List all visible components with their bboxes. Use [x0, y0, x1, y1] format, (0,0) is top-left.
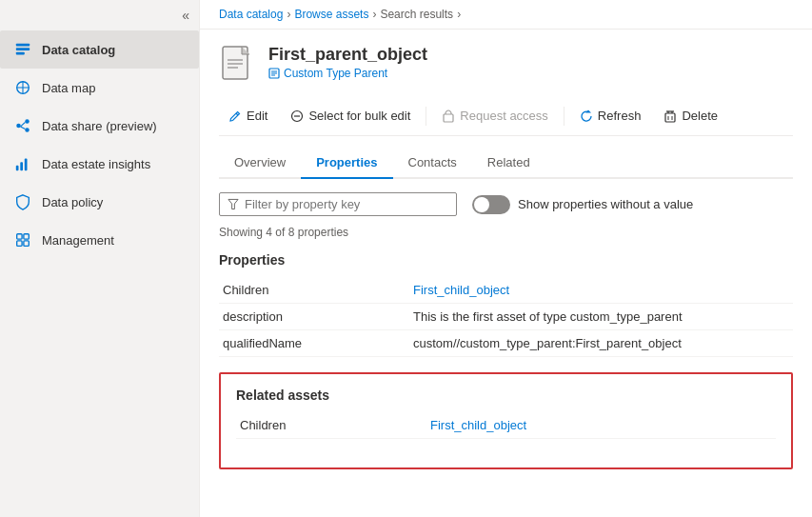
map-icon: [13, 78, 32, 97]
sidebar-collapse-button[interactable]: «: [0, 0, 199, 30]
table-row: Children First_child_object: [236, 412, 776, 439]
svg-rect-13: [24, 234, 29, 239]
sidebar-item-label: Management: [42, 233, 114, 248]
prop-key: qualifiedName: [219, 330, 409, 357]
refresh-label: Refresh: [598, 109, 642, 123]
tab-overview[interactable]: Overview: [219, 148, 301, 179]
svg-point-4: [25, 119, 30, 124]
table-row: description This is the first asset of t…: [219, 304, 793, 330]
svg-rect-1: [16, 48, 30, 50]
tab-related[interactable]: Related: [472, 148, 545, 179]
toggle-label: Show properties without a value: [518, 197, 693, 211]
sidebar-item-label: Data catalog: [42, 43, 115, 57]
toolbar: Edit Select for bulk edit Request access…: [219, 96, 793, 136]
prop-key: Children: [236, 412, 426, 439]
refresh-icon: [580, 109, 593, 123]
sidebar-item-data-map[interactable]: Data map: [0, 69, 199, 107]
request-access-button[interactable]: Request access: [432, 104, 558, 128]
breadcrumb-data-catalog[interactable]: Data catalog: [219, 8, 283, 21]
prop-link[interactable]: First_child_object: [409, 277, 793, 304]
prop-value: custom//custom_type_parent:First_parent_…: [409, 330, 793, 357]
refresh-button[interactable]: Refresh: [570, 104, 651, 128]
delete-icon: [663, 109, 677, 123]
asset-type[interactable]: Custom Type Parent: [268, 67, 427, 80]
asset-title: First_parent_object: [268, 45, 427, 65]
svg-rect-14: [17, 241, 22, 246]
catalog-icon: [13, 40, 32, 59]
filter-input[interactable]: [245, 197, 448, 211]
filter-bar: Show properties without a value: [219, 192, 793, 216]
management-icon: [13, 230, 32, 249]
asset-title-block: First_parent_object Custom Type Parent: [268, 45, 427, 80]
request-access-icon: [442, 109, 455, 123]
sidebar-item-label: Data estate insights: [42, 157, 150, 171]
sidebar-item-data-policy[interactable]: Data policy: [0, 183, 199, 221]
breadcrumb: Data catalog › Browse assets › Search re…: [200, 0, 812, 30]
edit-icon: [228, 109, 242, 123]
filter-input-wrap[interactable]: [219, 192, 457, 216]
table-row: qualifiedName custom//custom_type_parent…: [219, 330, 793, 357]
sidebar-item-data-share[interactable]: Data share (preview): [0, 107, 199, 145]
breadcrumb-sep-1: ›: [287, 8, 290, 21]
svg-rect-29: [665, 113, 675, 122]
sidebar-item-label: Data share (preview): [42, 119, 157, 133]
select-bulk-label: Select for bulk edit: [308, 109, 410, 123]
properties-section-title: Properties: [219, 252, 793, 268]
svg-rect-9: [16, 166, 19, 170]
sidebar: « Data catalog Data map Data share (prev…: [0, 0, 200, 517]
tabs: Overview Properties Contacts Related: [219, 148, 793, 179]
svg-rect-12: [17, 234, 22, 239]
collapse-icon: «: [182, 8, 189, 23]
svg-rect-0: [16, 44, 30, 47]
content-area: First_parent_object Custom Type Parent E…: [200, 30, 812, 517]
main-content: Data catalog › Browse assets › Search re…: [200, 0, 812, 517]
show-without-value-toggle[interactable]: [472, 195, 510, 214]
breadcrumb-sep-3: ›: [457, 8, 461, 21]
sidebar-item-data-estate[interactable]: Data estate insights: [0, 145, 199, 183]
breadcrumb-sep-2: ›: [372, 8, 376, 21]
svg-line-24: [236, 113, 238, 115]
related-assets-table: Children First_child_object: [236, 412, 776, 439]
sidebar-item-management[interactable]: Management: [0, 221, 199, 259]
prop-key: description: [219, 304, 409, 330]
sidebar-item-label: Data map: [42, 81, 95, 95]
properties-table: Children First_child_object description …: [219, 277, 793, 357]
svg-line-7: [21, 122, 26, 127]
svg-rect-15: [24, 241, 29, 246]
related-link[interactable]: First_child_object: [426, 412, 776, 439]
breadcrumb-browse-assets[interactable]: Browse assets: [294, 8, 368, 21]
tab-properties[interactable]: Properties: [301, 148, 392, 179]
svg-line-8: [21, 127, 26, 129]
insights-icon: [13, 154, 32, 173]
prop-value: This is the first asset of type custom_t…: [409, 304, 793, 330]
svg-rect-11: [25, 159, 28, 171]
tab-contacts[interactable]: Contacts: [393, 148, 472, 179]
edit-button[interactable]: Edit: [219, 104, 277, 128]
sidebar-item-label: Data policy: [42, 195, 103, 209]
related-assets-box: Related assets Children First_child_obje…: [219, 372, 793, 469]
svg-rect-2: [16, 52, 25, 55]
toolbar-separator: [426, 107, 426, 126]
request-access-label: Request access: [460, 109, 548, 123]
delete-button[interactable]: Delete: [654, 104, 727, 128]
policy-icon: [13, 192, 32, 211]
asset-icon: [219, 45, 257, 83]
toggle-wrap: Show properties without a value: [472, 195, 693, 214]
select-bulk-icon: [290, 109, 304, 123]
svg-point-5: [16, 124, 21, 129]
select-bulk-button[interactable]: Select for bulk edit: [281, 104, 420, 128]
svg-rect-27: [444, 114, 453, 122]
sidebar-item-data-catalog[interactable]: Data catalog: [0, 30, 199, 69]
share-icon: [13, 116, 32, 135]
asset-header: First_parent_object Custom Type Parent: [219, 45, 793, 83]
delete-label: Delete: [682, 109, 718, 123]
related-assets-title: Related assets: [236, 388, 776, 403]
table-row: Children First_child_object: [219, 277, 793, 304]
breadcrumb-search-results: Search results: [380, 8, 453, 21]
filter-icon: [228, 198, 239, 210]
showing-text: Showing 4 of 8 properties: [219, 226, 793, 239]
prop-key: Children: [219, 277, 409, 304]
edit-label: Edit: [247, 109, 267, 123]
svg-marker-35: [228, 199, 238, 209]
svg-point-6: [25, 128, 30, 132]
